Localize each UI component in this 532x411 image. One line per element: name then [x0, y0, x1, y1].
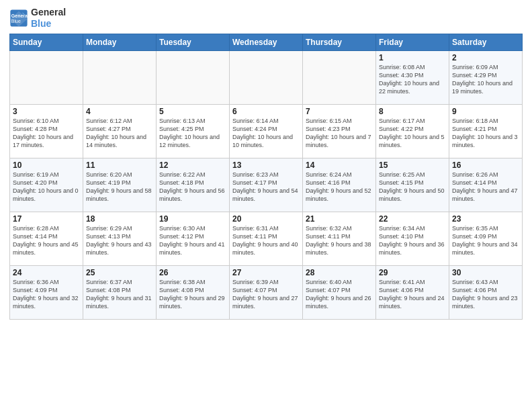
day-info: Sunrise: 6:43 AM Sunset: 4:06 PM Dayligh…: [452, 278, 519, 311]
calendar-cell: 11Sunrise: 6:20 AM Sunset: 4:19 PM Dayli…: [83, 158, 157, 212]
day-number: 18: [86, 214, 153, 224]
day-number: 8: [379, 107, 446, 116]
week-row-5: 24Sunrise: 6:36 AM Sunset: 4:09 PM Dayli…: [10, 265, 523, 319]
calendar-cell: 1Sunrise: 6:08 AM Sunset: 4:30 PM Daylig…: [376, 50, 449, 104]
day-number: 1: [379, 53, 446, 62]
calendar-cell: 2Sunrise: 6:09 AM Sunset: 4:29 PM Daylig…: [449, 50, 523, 104]
day-number: 16: [452, 161, 519, 170]
logo-icon: General Blue: [9, 9, 28, 28]
day-info: Sunrise: 6:10 AM Sunset: 4:28 PM Dayligh…: [13, 117, 80, 150]
day-info: Sunrise: 6:32 AM Sunset: 4:11 PM Dayligh…: [306, 224, 373, 257]
day-number: 15: [379, 161, 446, 170]
calendar-cell: 7Sunrise: 6:15 AM Sunset: 4:23 PM Daylig…: [303, 104, 376, 158]
calendar-cell: 5Sunrise: 6:13 AM Sunset: 4:25 PM Daylig…: [157, 104, 230, 158]
week-row-1: 1Sunrise: 6:08 AM Sunset: 4:30 PM Daylig…: [10, 50, 523, 104]
calendar-cell: [10, 50, 83, 104]
calendar-cell: 20Sunrise: 6:31 AM Sunset: 4:11 PM Dayli…: [230, 212, 303, 265]
day-number: 14: [306, 161, 373, 170]
calendar-cell: [230, 50, 303, 104]
calendar-cell: 6Sunrise: 6:14 AM Sunset: 4:24 PM Daylig…: [230, 104, 303, 158]
header: General Blue General Blue: [9, 7, 523, 30]
weekday-header-thursday: Thursday: [303, 34, 376, 50]
day-info: Sunrise: 6:38 AM Sunset: 4:08 PM Dayligh…: [159, 278, 226, 311]
calendar-cell: 10Sunrise: 6:19 AM Sunset: 4:20 PM Dayli…: [10, 158, 83, 212]
calendar-cell: 4Sunrise: 6:12 AM Sunset: 4:27 PM Daylig…: [83, 104, 157, 158]
calendar-cell: 13Sunrise: 6:23 AM Sunset: 4:17 PM Dayli…: [230, 158, 303, 212]
logo-text: General Blue: [31, 7, 66, 30]
day-number: 27: [232, 268, 300, 277]
day-info: Sunrise: 6:15 AM Sunset: 4:23 PM Dayligh…: [306, 117, 373, 150]
calendar-cell: 14Sunrise: 6:24 AM Sunset: 4:16 PM Dayli…: [303, 158, 376, 212]
week-row-4: 17Sunrise: 6:28 AM Sunset: 4:14 PM Dayli…: [10, 212, 523, 265]
day-number: 6: [232, 107, 300, 116]
calendar-cell: 16Sunrise: 6:26 AM Sunset: 4:14 PM Dayli…: [449, 158, 523, 212]
day-number: 9: [452, 107, 519, 116]
day-info: Sunrise: 6:41 AM Sunset: 4:06 PM Dayligh…: [379, 278, 446, 311]
day-info: Sunrise: 6:24 AM Sunset: 4:16 PM Dayligh…: [306, 171, 373, 203]
day-number: 26: [159, 268, 226, 277]
day-info: Sunrise: 6:25 AM Sunset: 4:15 PM Dayligh…: [379, 171, 446, 203]
day-number: 13: [232, 161, 300, 170]
day-number: 25: [86, 268, 153, 277]
day-number: 30: [452, 268, 519, 277]
calendar-cell: 3Sunrise: 6:10 AM Sunset: 4:28 PM Daylig…: [10, 104, 83, 158]
calendar-cell: 19Sunrise: 6:30 AM Sunset: 4:12 PM Dayli…: [157, 212, 230, 265]
calendar-cell: 29Sunrise: 6:41 AM Sunset: 4:06 PM Dayli…: [376, 265, 449, 319]
day-info: Sunrise: 6:40 AM Sunset: 4:07 PM Dayligh…: [306, 278, 373, 311]
calendar-cell: [303, 50, 376, 104]
calendar-table: SundayMondayTuesdayWednesdayThursdayFrid…: [9, 34, 523, 320]
week-row-2: 3Sunrise: 6:10 AM Sunset: 4:28 PM Daylig…: [10, 104, 523, 158]
day-info: Sunrise: 6:35 AM Sunset: 4:09 PM Dayligh…: [452, 224, 519, 257]
calendar-cell: 12Sunrise: 6:22 AM Sunset: 4:18 PM Dayli…: [157, 158, 230, 212]
day-info: Sunrise: 6:12 AM Sunset: 4:27 PM Dayligh…: [86, 117, 153, 150]
calendar-cell: 8Sunrise: 6:17 AM Sunset: 4:22 PM Daylig…: [376, 104, 449, 158]
day-info: Sunrise: 6:13 AM Sunset: 4:25 PM Dayligh…: [159, 117, 226, 150]
day-info: Sunrise: 6:29 AM Sunset: 4:13 PM Dayligh…: [86, 224, 153, 257]
week-row-3: 10Sunrise: 6:19 AM Sunset: 4:20 PM Dayli…: [10, 158, 523, 212]
calendar-cell: 28Sunrise: 6:40 AM Sunset: 4:07 PM Dayli…: [303, 265, 376, 319]
weekday-header-saturday: Saturday: [449, 34, 523, 50]
day-info: Sunrise: 6:30 AM Sunset: 4:12 PM Dayligh…: [159, 224, 226, 257]
day-info: Sunrise: 6:28 AM Sunset: 4:14 PM Dayligh…: [13, 224, 80, 257]
day-number: 5: [159, 107, 226, 116]
day-number: 21: [306, 214, 373, 224]
day-number: 4: [86, 107, 153, 116]
calendar-cell: [157, 50, 230, 104]
calendar-cell: 30Sunrise: 6:43 AM Sunset: 4:06 PM Dayli…: [449, 265, 523, 319]
calendar-cell: 21Sunrise: 6:32 AM Sunset: 4:11 PM Dayli…: [303, 212, 376, 265]
day-info: Sunrise: 6:23 AM Sunset: 4:17 PM Dayligh…: [232, 171, 300, 203]
day-number: 11: [86, 161, 153, 170]
calendar-cell: 22Sunrise: 6:34 AM Sunset: 4:10 PM Dayli…: [376, 212, 449, 265]
day-info: Sunrise: 6:18 AM Sunset: 4:21 PM Dayligh…: [452, 117, 519, 150]
day-number: 20: [232, 214, 300, 224]
day-info: Sunrise: 6:17 AM Sunset: 4:22 PM Dayligh…: [379, 117, 446, 150]
weekday-header-sunday: Sunday: [10, 34, 83, 50]
calendar-cell: 24Sunrise: 6:36 AM Sunset: 4:09 PM Dayli…: [10, 265, 83, 319]
logo: General Blue General Blue: [9, 7, 66, 30]
day-info: Sunrise: 6:34 AM Sunset: 4:10 PM Dayligh…: [379, 224, 446, 257]
day-number: 28: [306, 268, 373, 277]
calendar-cell: 18Sunrise: 6:29 AM Sunset: 4:13 PM Dayli…: [83, 212, 157, 265]
day-number: 19: [159, 214, 226, 224]
day-info: Sunrise: 6:09 AM Sunset: 4:29 PM Dayligh…: [452, 63, 519, 96]
day-number: 17: [13, 214, 80, 224]
svg-text:Blue: Blue: [11, 19, 21, 24]
day-number: 10: [13, 161, 80, 170]
weekday-header-friday: Friday: [376, 34, 449, 50]
weekday-header-row: SundayMondayTuesdayWednesdayThursdayFrid…: [10, 34, 523, 50]
day-info: Sunrise: 6:22 AM Sunset: 4:18 PM Dayligh…: [159, 171, 226, 203]
day-info: Sunrise: 6:20 AM Sunset: 4:19 PM Dayligh…: [86, 171, 153, 203]
day-number: 3: [13, 107, 80, 116]
calendar-cell: 27Sunrise: 6:39 AM Sunset: 4:07 PM Dayli…: [230, 265, 303, 319]
calendar-cell: 9Sunrise: 6:18 AM Sunset: 4:21 PM Daylig…: [449, 104, 523, 158]
calendar-cell: 25Sunrise: 6:37 AM Sunset: 4:08 PM Dayli…: [83, 265, 157, 319]
calendar-cell: [83, 50, 157, 104]
day-info: Sunrise: 6:14 AM Sunset: 4:24 PM Dayligh…: [232, 117, 300, 150]
day-info: Sunrise: 6:26 AM Sunset: 4:14 PM Dayligh…: [452, 171, 519, 203]
main-container: General Blue General Blue SundayMondayTu…: [0, 0, 532, 326]
day-number: 12: [159, 161, 226, 170]
svg-text:General: General: [11, 13, 28, 17]
day-info: Sunrise: 6:19 AM Sunset: 4:20 PM Dayligh…: [13, 171, 80, 203]
calendar-cell: 17Sunrise: 6:28 AM Sunset: 4:14 PM Dayli…: [10, 212, 83, 265]
calendar-cell: 26Sunrise: 6:38 AM Sunset: 4:08 PM Dayli…: [157, 265, 230, 319]
